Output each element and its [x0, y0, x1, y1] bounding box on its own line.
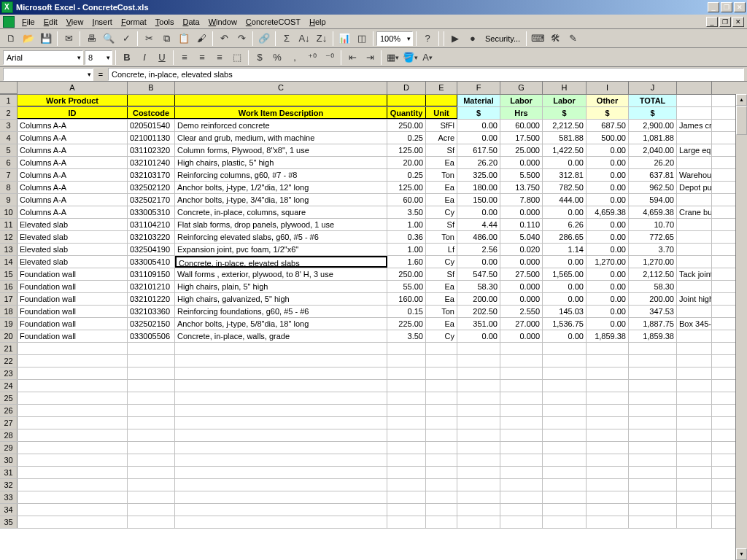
cell[interactable] — [18, 392, 128, 404]
cell[interactable] — [543, 417, 587, 429]
cell[interactable] — [677, 107, 712, 119]
cell[interactable]: Elevated slab — [18, 256, 128, 268]
cell[interactable]: Crane bucl — [677, 206, 712, 218]
cell[interactable]: 0.00 — [543, 256, 587, 268]
cell[interactable] — [128, 368, 175, 379]
cell[interactable]: 2,112.50 — [629, 268, 677, 280]
cell[interactable]: 0.00 — [587, 182, 629, 193]
cell[interactable] — [175, 429, 387, 441]
cell[interactable] — [128, 479, 175, 491]
cell[interactable]: Sf — [426, 144, 457, 156]
cell[interactable]: Warehouse — [677, 169, 712, 181]
col-header-H[interactable]: H — [543, 82, 587, 94]
cell[interactable]: High chairs, plain, 5" high — [175, 281, 387, 292]
cell[interactable] — [629, 343, 677, 354]
cell[interactable] — [500, 516, 543, 528]
close-button[interactable]: ✕ — [734, 2, 746, 12]
cell[interactable] — [128, 380, 175, 392]
cell[interactable]: 021001130 — [128, 132, 175, 144]
cell[interactable]: Labor — [543, 95, 587, 106]
cell[interactable]: 687.50 — [587, 120, 629, 131]
cell[interactable]: Work Product — [18, 95, 128, 106]
cell[interactable]: Other — [587, 95, 629, 106]
cell[interactable] — [18, 442, 128, 454]
cell[interactable]: Concrete, in-place, elevated slabs — [175, 256, 387, 268]
cell[interactable]: 0.00 — [457, 206, 500, 218]
alignr-button[interactable]: ≡ — [212, 50, 228, 66]
cell[interactable]: 772.65 — [629, 231, 677, 243]
fmt-button[interactable]: 🖌 — [193, 31, 209, 47]
cell[interactable] — [457, 467, 500, 478]
cell[interactable]: Elevated slab — [18, 231, 128, 243]
doc-minimize-button[interactable]: _ — [706, 17, 718, 27]
cell[interactable]: 032101240 — [128, 157, 175, 168]
cell[interactable] — [457, 417, 500, 429]
cell[interactable] — [387, 442, 426, 454]
cell[interactable] — [457, 491, 500, 503]
col-header-J[interactable]: J — [629, 82, 677, 94]
cell[interactable] — [426, 479, 457, 491]
cell[interactable]: 1,565.00 — [543, 268, 587, 280]
link-button[interactable]: 🔗 — [256, 31, 272, 47]
cell[interactable]: 032502120 — [128, 182, 175, 193]
security-button[interactable]: Security... — [482, 34, 523, 43]
vertical-scrollbar[interactable]: ▲ ▼ — [735, 94, 747, 560]
cell[interactable] — [500, 491, 543, 503]
cell[interactable] — [677, 256, 712, 268]
cell[interactable] — [543, 504, 587, 516]
cell[interactable] — [500, 380, 543, 392]
row-header[interactable]: 33 — [0, 491, 18, 503]
dot-button[interactable]: ● — [465, 31, 481, 47]
cell[interactable]: Reinforcing elevated slabs, g60, #5 - #6 — [175, 231, 387, 243]
cell[interactable]: 0.25 — [387, 132, 426, 144]
cell[interactable] — [677, 454, 712, 466]
percent-button[interactable]: % — [269, 50, 285, 66]
cell[interactable]: 2.550 — [500, 306, 543, 317]
cell[interactable] — [677, 392, 712, 404]
cell[interactable]: 200.00 — [629, 293, 677, 305]
paste-button[interactable]: 📋 — [176, 31, 192, 47]
cell[interactable] — [128, 467, 175, 478]
row-header[interactable]: 10 — [0, 206, 18, 218]
cell[interactable] — [677, 281, 712, 292]
cell[interactable] — [18, 417, 128, 429]
cell[interactable]: 180.00 — [457, 182, 500, 193]
open-button[interactable]: 📂 — [20, 31, 36, 47]
cell[interactable] — [500, 429, 543, 441]
cell[interactable]: 10.70 — [629, 219, 677, 230]
cell[interactable]: Anchor bolts, j-type, 3/4"dia, 18" long — [175, 194, 387, 206]
cell[interactable]: 202.50 — [457, 306, 500, 317]
col-header-G[interactable]: G — [500, 82, 543, 94]
cell[interactable]: Depot purc — [677, 182, 712, 193]
cell[interactable] — [175, 392, 387, 404]
cell[interactable] — [18, 491, 128, 503]
cell[interactable]: 2,212.50 — [543, 120, 587, 131]
row-header[interactable]: 18 — [0, 306, 18, 317]
draw-button[interactable]: ◫ — [354, 31, 370, 47]
indentr-button[interactable]: ⇥ — [362, 50, 378, 66]
cell[interactable]: 2.56 — [457, 244, 500, 255]
cell[interactable] — [677, 306, 712, 317]
cell[interactable]: Ea — [426, 194, 457, 206]
cell[interactable]: Foundation wall — [18, 318, 128, 330]
cell[interactable] — [128, 429, 175, 441]
cell[interactable]: 032103360 — [128, 306, 175, 317]
cell[interactable] — [387, 516, 426, 528]
cell[interactable] — [629, 380, 677, 392]
cell[interactable] — [629, 454, 677, 466]
comma-button[interactable]: , — [287, 50, 303, 66]
doc-close-button[interactable]: ✕ — [732, 17, 744, 27]
cell[interactable] — [587, 454, 629, 466]
row-header[interactable]: 25 — [0, 392, 18, 404]
cell[interactable] — [128, 417, 175, 429]
cell[interactable]: 033005410 — [128, 256, 175, 268]
cell[interactable] — [587, 343, 629, 354]
cell[interactable]: 594.00 — [629, 194, 677, 206]
cell[interactable]: 032502170 — [128, 194, 175, 206]
cell[interactable]: 0.00 — [543, 157, 587, 168]
cell[interactable] — [457, 504, 500, 516]
cell[interactable] — [500, 368, 543, 379]
sortasc-button[interactable]: A↓ — [296, 31, 312, 47]
cell[interactable]: 031102320 — [128, 144, 175, 156]
cell[interactable]: Ea — [426, 281, 457, 292]
